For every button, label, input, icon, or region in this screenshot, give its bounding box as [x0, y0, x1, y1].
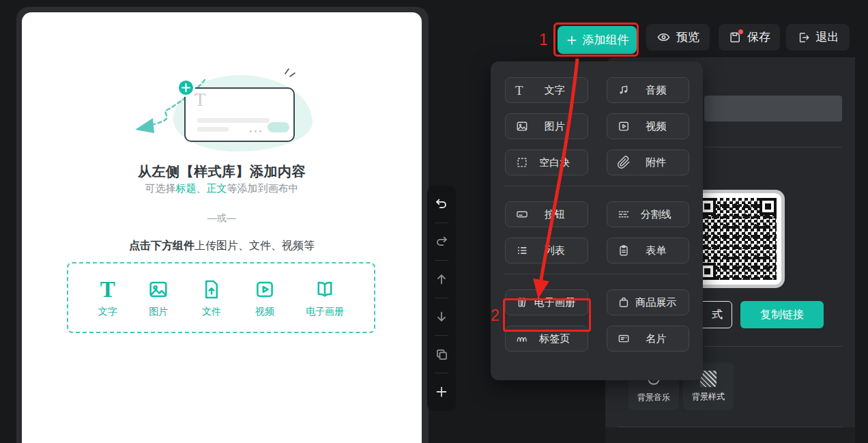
card-dot	[255, 130, 257, 132]
upload-item-video[interactable]: 视频	[253, 278, 276, 318]
upload-components-box: T 文字 图片 文件 视频	[67, 262, 375, 333]
menu-item-label: 音频	[632, 84, 681, 97]
text-icon: T	[100, 278, 115, 301]
save-label: 保存	[747, 29, 770, 45]
duplicate-button[interactable]	[427, 336, 456, 373]
canvas-side-toolbar	[427, 186, 456, 411]
business-card-icon	[617, 332, 632, 345]
menu-item-video[interactable]: 视频	[607, 113, 690, 139]
menu-item-label: 标签页	[530, 332, 579, 345]
menu-item-text[interactable]: T 文字	[505, 77, 588, 103]
panel-divider	[704, 346, 842, 347]
upload-item-file[interactable]: 文件	[200, 278, 223, 318]
preview-button[interactable]: 预览	[646, 24, 710, 51]
move-up-button[interactable]	[427, 261, 456, 298]
sub-link-title[interactable]: 标题	[176, 182, 197, 194]
menu-item-label: 视频	[632, 120, 681, 133]
video-icon	[617, 119, 632, 133]
qr-code-block	[691, 190, 785, 288]
card-dot	[250, 130, 252, 132]
exit-button[interactable]: 退出	[786, 24, 850, 51]
hint-rest: 上传图片、文件、视频等	[194, 240, 315, 251]
undo-button[interactable]	[427, 186, 456, 223]
menu-item-label: 列表	[530, 244, 579, 257]
file-upload-icon	[200, 278, 223, 301]
menu-item-blank-block[interactable]: 空白块	[505, 149, 588, 175]
sub-part: 可选择	[145, 182, 176, 194]
annotation-number-2: 2	[491, 306, 500, 325]
upload-item-image[interactable]: 图片	[147, 278, 170, 318]
save-button[interactable]: 保存	[719, 24, 780, 51]
menu-item-label: 名片	[632, 332, 681, 345]
text-icon: T	[515, 84, 530, 97]
canvas-hint: 点击下方组件上传图片、文件、视频等	[22, 239, 422, 253]
plus-icon	[566, 34, 578, 46]
upload-item-text[interactable]: T 文字	[98, 278, 117, 318]
menu-item-divider-line[interactable]: 分割线	[607, 201, 690, 227]
menu-item-label: 电子画册	[530, 296, 579, 309]
panel-divider	[704, 147, 842, 147]
menu-item-label: 文字	[530, 84, 579, 97]
form-icon	[617, 244, 632, 257]
preview-label: 预览	[676, 29, 699, 45]
menu-item-business-card[interactable]: 名片	[607, 326, 690, 352]
menu-item-button[interactable]: 按钮	[505, 201, 588, 227]
video-icon	[253, 278, 276, 301]
card-text-line	[197, 127, 229, 132]
menu-item-list[interactable]: 列表	[505, 238, 588, 263]
add-component-button[interactable]: 添加组件	[558, 26, 637, 54]
menu-item-form[interactable]: 表单	[607, 238, 690, 263]
menu-item-attachment[interactable]: 附件	[607, 149, 690, 175]
card-dot	[259, 130, 261, 132]
upload-item-label: 文件	[202, 306, 221, 318]
menu-item-ealbum[interactable]: 电子画册	[505, 289, 588, 315]
click-marks-icon	[283, 66, 297, 78]
card-text-line	[197, 118, 270, 123]
upload-item-label: 图片	[149, 306, 168, 318]
card-letter: T	[194, 89, 206, 111]
sub-part: 等添加到画布中	[227, 182, 299, 194]
annotation-number-1: 1	[539, 31, 548, 49]
upload-item-label: 文字	[98, 306, 117, 318]
button-icon	[515, 208, 530, 221]
panel-footer	[605, 427, 855, 443]
redo-button[interactable]	[427, 223, 456, 260]
eye-icon	[656, 30, 671, 44]
menu-item-audio[interactable]: 音频	[607, 77, 690, 103]
illustration-card: T	[184, 87, 295, 142]
menu-item-label: 按钮	[530, 208, 579, 221]
copy-link-button[interactable]: 复制链接	[740, 301, 824, 328]
canvas-subtext: 可选择标题、正文等添加到画布中	[22, 182, 422, 195]
plus-badge-icon	[177, 78, 195, 97]
upload-item-label: 视频	[255, 306, 274, 318]
divider-line-icon	[617, 208, 632, 221]
move-down-button[interactable]	[427, 298, 456, 335]
upload-item-ealbum[interactable]: 电子画册	[306, 278, 344, 318]
menu-item-product-display[interactable]: 商品展示	[607, 289, 690, 315]
panel-input-bar[interactable]	[704, 96, 842, 122]
menu-item-label: 空白块	[530, 156, 579, 169]
menu-item-label: 分割线	[632, 208, 681, 221]
menu-item-label: 附件	[632, 156, 681, 169]
sub-link-body[interactable]: 正文	[207, 182, 227, 194]
menu-item-tab-page[interactable]: 标签页	[505, 326, 588, 352]
editor-canvas[interactable]: T 从左侧【样式库】添加内容 可选择标题、正文等添加到画布中 —或— 点击下方组…	[22, 12, 422, 443]
qr-finder	[760, 198, 777, 215]
ealbum-icon	[313, 278, 336, 301]
product-display-icon	[617, 296, 632, 309]
image-icon	[147, 278, 170, 301]
add-component-menu: T 文字 音频 图片 视频	[491, 61, 703, 380]
exit-label: 退出	[816, 29, 839, 45]
menu-item-label: 商品展示	[632, 296, 681, 309]
image-icon	[515, 119, 530, 133]
add-page-button[interactable]	[427, 373, 456, 410]
attachment-icon	[617, 156, 632, 169]
background-style-label: 背景样式	[692, 391, 725, 403]
menu-item-label: 图片	[530, 120, 579, 133]
sub-part: 、	[197, 182, 207, 194]
menu-item-image[interactable]: 图片	[505, 113, 588, 139]
list-icon	[515, 244, 530, 257]
menu-divider	[505, 274, 689, 274]
qr-pattern	[699, 198, 777, 280]
tab-page-icon	[515, 332, 530, 345]
